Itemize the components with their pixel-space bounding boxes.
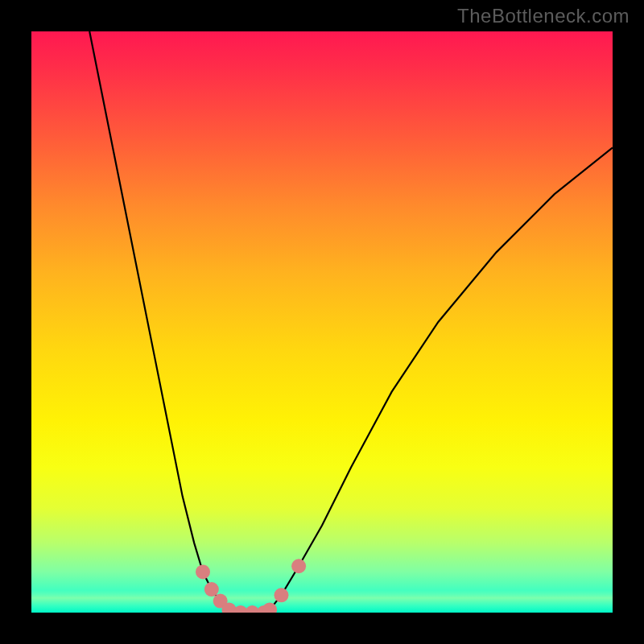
data-marker [291, 559, 306, 573]
data-marker [274, 588, 288, 602]
chart-frame: TheBottleneck.com [0, 0, 644, 644]
data-marker [196, 564, 210, 579]
right-curve [270, 147, 613, 609]
data-marker [204, 582, 219, 597]
curve-layer [31, 31, 613, 613]
watermark-text: TheBottleneck.com [457, 5, 630, 27]
markers-group [196, 559, 306, 613]
plot-area [31, 31, 613, 613]
left-curve [89, 31, 229, 609]
